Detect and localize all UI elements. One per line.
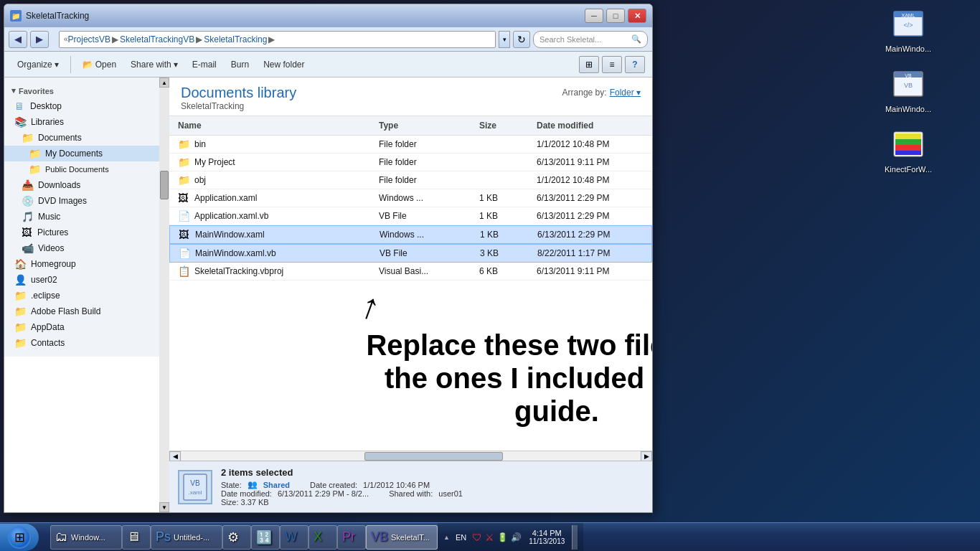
sidebar-item-pictures[interactable]: 🖼 Pictures	[4, 225, 169, 240]
hscroll-track[interactable]	[181, 452, 641, 461]
address-path[interactable]: « ProjectsVB ▶ SkeletalTrackingVB ▶ Skel…	[59, 31, 496, 48]
taskbar-item-calc[interactable]: 🔢	[251, 525, 280, 550]
search-box[interactable]: Search Skeletal... 🔍	[533, 31, 648, 48]
table-row[interactable]: 📄Application.xaml.vb VB File 1 KB 6/13/2…	[169, 207, 652, 225]
forward-button[interactable]: ▶	[30, 31, 49, 48]
sidebar-scroll-up[interactable]: ▲	[159, 77, 169, 88]
sidebar-item-music-label: Music	[38, 212, 60, 222]
annotation-text: Replace these two files with the ones I …	[334, 321, 652, 435]
desktop-icon-1[interactable]: XAML </> MainWindo...	[880, 7, 937, 53]
minimize-button[interactable]: ─	[585, 9, 603, 23]
refresh-button[interactable]: ↻	[513, 31, 530, 48]
taskbar-item-windows[interactable]: 🗂 Window...	[50, 525, 122, 550]
table-row[interactable]: 📁My Project File folder 6/13/2011 9:11 P…	[169, 154, 652, 171]
col-header-date[interactable]: Date modified	[534, 119, 649, 132]
sidebar-item-adobe-flash-label: Adobe Flash Build	[31, 306, 100, 316]
sidebar-item-eclipse[interactable]: 📁 .eclipse	[4, 288, 169, 303]
maximize-button[interactable]: □	[606, 9, 625, 23]
taskbar-windows-label: Window...	[71, 533, 105, 542]
back-button[interactable]: ◀	[9, 31, 27, 48]
table-row[interactable]: 🖼Application.xaml Windows ... 1 KB 6/13/…	[169, 189, 652, 207]
arrange-by: Arrange by: Folder ▾	[562, 85, 641, 98]
sidebar-item-music[interactable]: 🎵 Music	[4, 209, 169, 225]
file-date-appxamlvb: 6/13/2011 2:29 PM	[534, 210, 649, 222]
sidebar-item-homegroup[interactable]: 🏠 Homegroup	[4, 256, 169, 272]
folder-icon-bin: 📁	[178, 138, 191, 150]
taskbar-item-file[interactable]: 🖥	[122, 525, 151, 550]
sidebar-item-public-documents[interactable]: 📁 Public Documents	[4, 161, 169, 177]
sidebar-item-dvd-images[interactable]: 💿 DVD Images	[4, 193, 169, 209]
table-row[interactable]: 📄MainWindow.xaml.vb VB File 3 KB 8/22/20…	[169, 244, 652, 263]
library-subtitle: SkeletalTracking	[181, 101, 296, 111]
taskbar-item-ps[interactable]: Ps Untitled-...	[151, 525, 222, 550]
view-toggle-button[interactable]: ⊞	[579, 56, 599, 73]
desktop-icon-3[interactable]: KinectForW...	[880, 128, 937, 174]
sidebar-item-adobe-flash[interactable]: 📁 Adobe Flash Build	[4, 303, 169, 319]
taskbar-premiere-icon: Pr	[342, 529, 355, 545]
show-desktop-btn[interactable]	[572, 525, 578, 550]
desktop-icon-2[interactable]: VB VB MainWindo...	[880, 67, 937, 113]
arrange-by-value[interactable]: Folder ▾	[610, 88, 641, 98]
file-size-mainxaml: 1 KB	[477, 229, 534, 240]
organize-button[interactable]: Organize ▾	[11, 55, 65, 75]
path-part-3[interactable]: SkeletalTracking	[204, 34, 267, 44]
help-button[interactable]: ?	[625, 56, 645, 73]
sidebar-item-user02[interactable]: 👤 user02	[4, 272, 169, 288]
tray-expand-icon[interactable]: ▲	[443, 534, 450, 541]
sidebar-item-documents-label: Documents	[38, 133, 82, 143]
sidebar-item-appdata[interactable]: 📁 AppData	[4, 319, 169, 335]
sidebar-item-my-documents[interactable]: 📁 My Documents	[4, 146, 169, 161]
file-list-hscrollbar[interactable]: ◀ ▶	[169, 451, 652, 461]
sidebar-item-documents[interactable]: 📁 Documents	[4, 130, 169, 146]
sidebar-scroll-track[interactable]	[159, 88, 169, 502]
taskbar-item-excel[interactable]: X	[308, 525, 337, 550]
hscroll-right-arrow[interactable]: ▶	[641, 451, 652, 461]
address-dropdown-button[interactable]: ▾	[499, 31, 510, 48]
file-size-appxamlvb: 1 KB	[476, 210, 534, 222]
path-part-2[interactable]: SkeletalTrackingVB	[120, 34, 194, 44]
hscroll-left-arrow[interactable]: ◀	[169, 451, 181, 461]
sidebar-scrollbar[interactable]: ▲ ▼	[159, 77, 169, 512]
table-row[interactable]: 📁obj File folder 1/1/2012 10:48 PM	[169, 171, 652, 189]
folder-icon-myproject: 📁	[178, 156, 191, 168]
title-bar-icon: 📁	[10, 10, 22, 22]
taskbar-item-arduino[interactable]: ⚙	[222, 525, 251, 550]
hscroll-thumb[interactable]	[364, 452, 502, 461]
favorites-header[interactable]: ▾ Favorites	[4, 83, 169, 98]
sidebar-item-downloads[interactable]: 📥 Downloads	[4, 177, 169, 193]
table-row[interactable]: 📋SkeletalTracking.vbproj Visual Basi... …	[169, 263, 652, 281]
sidebar-scroll-thumb[interactable]	[160, 171, 169, 199]
email-button[interactable]: E-mail	[187, 55, 222, 75]
start-button[interactable]: ⊞	[0, 524, 39, 551]
sidebar-scroll-down[interactable]: ▼	[159, 502, 169, 512]
file-date-myproject: 6/13/2011 9:11 PM	[534, 156, 649, 168]
taskbar-windows-icon: 🗂	[55, 529, 68, 545]
share-with-button[interactable]: Share with ▾	[125, 55, 184, 75]
burn-button[interactable]: Burn	[225, 55, 255, 75]
taskbar-item-premiere[interactable]: Pr	[337, 525, 366, 550]
col-header-name[interactable]: Name	[175, 119, 376, 132]
sidebar-item-contacts[interactable]: 📁 Contacts	[4, 335, 169, 351]
new-folder-button[interactable]: New folder	[258, 55, 310, 75]
col-header-size[interactable]: Size	[476, 119, 534, 132]
sidebar-item-videos[interactable]: 📹 Videos	[4, 240, 169, 256]
sidebar-item-desktop[interactable]: 🖥 Desktop	[4, 98, 169, 114]
file-list-header: Name Type Size Date modified	[169, 116, 652, 136]
file-type-obj: File folder	[376, 174, 476, 186]
share-with-label: Share with	[131, 60, 171, 70]
library-title: Documents library	[181, 85, 296, 101]
table-row[interactable]: 🖼MainWindow.xaml Windows ... 1 KB 6/13/2…	[169, 225, 652, 244]
view-details-button[interactable]: ≡	[602, 56, 622, 73]
close-button[interactable]: ✕	[628, 9, 646, 23]
table-row[interactable]: 📁bin File folder 1/1/2012 10:48 PM	[169, 136, 652, 154]
file-list[interactable]: Name Type Size Date modified 📁bin File f…	[169, 116, 652, 451]
file-size-appxaml: 1 KB	[476, 192, 534, 204]
taskbar-item-word[interactable]: W	[280, 525, 308, 550]
sidebar-item-libraries[interactable]: 📚 Libraries	[4, 114, 169, 130]
open-button[interactable]: 📂 Open	[77, 55, 122, 75]
path-part-1[interactable]: ProjectsVB	[68, 34, 110, 44]
taskbar-item-vb[interactable]: VB SkeletalT...	[366, 525, 438, 550]
col-header-type[interactable]: Type	[376, 119, 476, 132]
taskbar-arduino-icon: ⚙	[227, 529, 239, 545]
status-detail-row-1: State: 👥 Shared Date created: 1/1/2012 1…	[221, 480, 644, 489]
